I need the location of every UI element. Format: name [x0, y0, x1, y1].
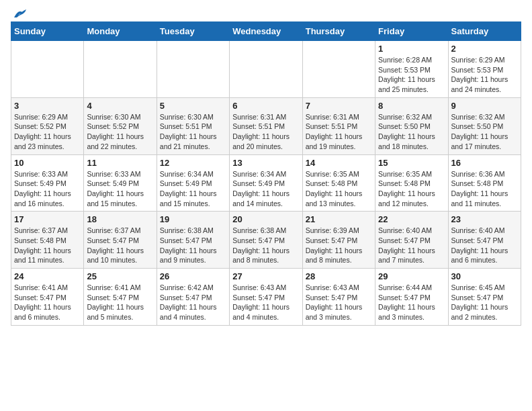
logo — [11, 11, 28, 16]
calendar-cell: 14Sunrise: 6:35 AMSunset: 5:48 PMDayligh… — [302, 154, 375, 212]
calendar-header-friday: Friday — [375, 22, 448, 41]
day-number: 24 — [14, 271, 81, 281]
day-info: Sunrise: 6:32 AMSunset: 5:50 PMDaylight:… — [378, 112, 445, 152]
day-info: Sunrise: 6:36 AMSunset: 5:48 PMDaylight:… — [451, 169, 518, 209]
calendar-cell: 8Sunrise: 6:32 AMSunset: 5:50 PMDaylight… — [375, 97, 448, 154]
calendar-cell: 24Sunrise: 6:41 AMSunset: 5:47 PMDayligh… — [11, 269, 84, 326]
calendar-cell — [230, 41, 302, 98]
calendar-cell: 19Sunrise: 6:38 AMSunset: 5:47 PMDayligh… — [157, 212, 229, 269]
day-number: 28 — [306, 271, 372, 281]
day-number: 25 — [87, 271, 153, 281]
day-info: Sunrise: 6:34 AMSunset: 5:49 PMDaylight:… — [160, 169, 226, 209]
day-info: Sunrise: 6:43 AMSunset: 5:47 PMDaylight:… — [306, 283, 372, 322]
calendar-cell: 13Sunrise: 6:34 AMSunset: 5:49 PMDayligh… — [230, 154, 302, 212]
day-number: 29 — [378, 271, 445, 281]
calendar-cell: 20Sunrise: 6:38 AMSunset: 5:47 PMDayligh… — [230, 212, 302, 269]
calendar-cell: 27Sunrise: 6:43 AMSunset: 5:47 PMDayligh… — [230, 269, 302, 326]
day-info: Sunrise: 6:33 AMSunset: 5:49 PMDaylight:… — [14, 169, 81, 209]
day-info: Sunrise: 6:38 AMSunset: 5:47 PMDaylight:… — [232, 226, 299, 265]
day-number: 17 — [14, 214, 81, 224]
day-number: 5 — [160, 101, 226, 111]
day-number: 20 — [232, 214, 299, 224]
day-number: 9 — [451, 101, 518, 111]
day-info: Sunrise: 6:42 AMSunset: 5:47 PMDaylight:… — [160, 283, 226, 322]
day-number: 14 — [306, 158, 372, 168]
day-number: 15 — [378, 158, 445, 168]
day-info: Sunrise: 6:35 AMSunset: 5:48 PMDaylight:… — [306, 169, 372, 209]
day-number: 13 — [232, 158, 299, 168]
day-number: 12 — [160, 158, 226, 168]
day-number: 19 — [160, 214, 226, 224]
calendar-cell: 25Sunrise: 6:41 AMSunset: 5:47 PMDayligh… — [84, 269, 157, 326]
calendar-cell: 22Sunrise: 6:40 AMSunset: 5:47 PMDayligh… — [375, 212, 448, 269]
day-info: Sunrise: 6:29 AMSunset: 5:53 PMDaylight:… — [451, 55, 518, 95]
calendar-cell: 17Sunrise: 6:37 AMSunset: 5:48 PMDayligh… — [11, 212, 84, 269]
day-info: Sunrise: 6:34 AMSunset: 5:49 PMDaylight:… — [232, 169, 299, 209]
day-info: Sunrise: 6:31 AMSunset: 5:51 PMDaylight:… — [232, 112, 299, 152]
day-number: 1 — [378, 44, 445, 54]
calendar-cell — [302, 41, 375, 98]
calendar-cell: 21Sunrise: 6:39 AMSunset: 5:47 PMDayligh… — [302, 212, 375, 269]
day-info: Sunrise: 6:39 AMSunset: 5:47 PMDaylight:… — [306, 226, 372, 265]
day-info: Sunrise: 6:41 AMSunset: 5:47 PMDaylight:… — [14, 283, 81, 322]
day-info: Sunrise: 6:30 AMSunset: 5:51 PMDaylight:… — [160, 112, 226, 152]
calendar-header-tuesday: Tuesday — [157, 22, 229, 41]
calendar-cell: 1Sunrise: 6:28 AMSunset: 5:53 PMDaylight… — [375, 41, 448, 98]
calendar-cell: 23Sunrise: 6:40 AMSunset: 5:47 PMDayligh… — [448, 212, 521, 269]
calendar-cell: 26Sunrise: 6:42 AMSunset: 5:47 PMDayligh… — [157, 269, 229, 326]
calendar-header-thursday: Thursday — [302, 22, 375, 41]
day-number: 22 — [378, 214, 445, 224]
day-number: 3 — [14, 101, 81, 111]
day-info: Sunrise: 6:30 AMSunset: 5:52 PMDaylight:… — [87, 112, 153, 152]
day-number: 2 — [451, 44, 518, 54]
day-number: 18 — [87, 214, 153, 224]
day-number: 4 — [87, 101, 153, 111]
calendar-week-row: 1Sunrise: 6:28 AMSunset: 5:53 PMDaylight… — [11, 41, 521, 98]
day-number: 7 — [306, 101, 372, 111]
day-info: Sunrise: 6:37 AMSunset: 5:48 PMDaylight:… — [14, 226, 81, 265]
day-number: 30 — [451, 271, 518, 281]
day-number: 8 — [378, 101, 445, 111]
calendar-header-row: SundayMondayTuesdayWednesdayThursdayFrid… — [11, 22, 521, 41]
day-info: Sunrise: 6:41 AMSunset: 5:47 PMDaylight:… — [87, 283, 153, 322]
calendar-week-row: 17Sunrise: 6:37 AMSunset: 5:48 PMDayligh… — [11, 212, 521, 269]
calendar-week-row: 24Sunrise: 6:41 AMSunset: 5:47 PMDayligh… — [11, 269, 521, 326]
calendar-cell: 16Sunrise: 6:36 AMSunset: 5:48 PMDayligh… — [448, 154, 521, 212]
day-info: Sunrise: 6:40 AMSunset: 5:47 PMDaylight:… — [451, 226, 518, 265]
calendar-header-wednesday: Wednesday — [230, 22, 302, 41]
calendar-cell: 5Sunrise: 6:30 AMSunset: 5:51 PMDaylight… — [157, 97, 229, 154]
calendar-header-monday: Monday — [84, 22, 157, 41]
calendar-header-saturday: Saturday — [448, 22, 521, 41]
day-info: Sunrise: 6:43 AMSunset: 5:47 PMDaylight:… — [232, 283, 299, 322]
day-number: 27 — [232, 271, 299, 281]
calendar-header-sunday: Sunday — [11, 22, 84, 41]
calendar-cell: 30Sunrise: 6:45 AMSunset: 5:47 PMDayligh… — [448, 269, 521, 326]
day-number: 16 — [451, 158, 518, 168]
day-info: Sunrise: 6:40 AMSunset: 5:47 PMDaylight:… — [378, 226, 445, 265]
day-info: Sunrise: 6:35 AMSunset: 5:48 PMDaylight:… — [378, 169, 445, 209]
calendar-table: SundayMondayTuesdayWednesdayThursdayFrid… — [11, 21, 521, 326]
calendar-cell: 6Sunrise: 6:31 AMSunset: 5:51 PMDaylight… — [230, 97, 302, 154]
day-info: Sunrise: 6:28 AMSunset: 5:53 PMDaylight:… — [378, 55, 445, 95]
day-info: Sunrise: 6:31 AMSunset: 5:51 PMDaylight:… — [306, 112, 372, 152]
day-number: 10 — [14, 158, 81, 168]
day-number: 6 — [232, 101, 299, 111]
calendar-cell: 10Sunrise: 6:33 AMSunset: 5:49 PMDayligh… — [11, 154, 84, 212]
logo-bird-icon — [13, 8, 28, 19]
calendar-cell: 4Sunrise: 6:30 AMSunset: 5:52 PMDaylight… — [84, 97, 157, 154]
day-info: Sunrise: 6:29 AMSunset: 5:52 PMDaylight:… — [14, 112, 81, 152]
day-info: Sunrise: 6:45 AMSunset: 5:47 PMDaylight:… — [451, 283, 518, 322]
day-info: Sunrise: 6:33 AMSunset: 5:49 PMDaylight:… — [87, 169, 153, 209]
calendar-cell: 9Sunrise: 6:32 AMSunset: 5:50 PMDaylight… — [448, 97, 521, 154]
day-info: Sunrise: 6:37 AMSunset: 5:47 PMDaylight:… — [87, 226, 153, 265]
calendar-cell: 2Sunrise: 6:29 AMSunset: 5:53 PMDaylight… — [448, 41, 521, 98]
calendar-week-row: 3Sunrise: 6:29 AMSunset: 5:52 PMDaylight… — [11, 97, 521, 154]
page-header — [11, 11, 521, 16]
calendar-cell: 28Sunrise: 6:43 AMSunset: 5:47 PMDayligh… — [302, 269, 375, 326]
day-info: Sunrise: 6:38 AMSunset: 5:47 PMDaylight:… — [160, 226, 226, 265]
calendar-cell — [84, 41, 157, 98]
calendar-cell: 7Sunrise: 6:31 AMSunset: 5:51 PMDaylight… — [302, 97, 375, 154]
calendar-cell: 15Sunrise: 6:35 AMSunset: 5:48 PMDayligh… — [375, 154, 448, 212]
day-info: Sunrise: 6:32 AMSunset: 5:50 PMDaylight:… — [451, 112, 518, 152]
day-info: Sunrise: 6:44 AMSunset: 5:47 PMDaylight:… — [378, 283, 445, 322]
